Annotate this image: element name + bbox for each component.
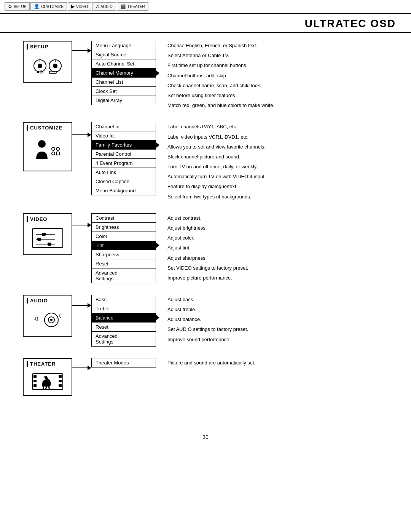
svg-rect-13 — [56, 152, 59, 155]
theater-icon-box: Theater — [23, 358, 72, 396]
video-nav-icon: ▶ — [71, 4, 75, 9]
svg-line-34 — [43, 387, 44, 390]
customize-menu-item-closed-caption: Closed Caption — [92, 177, 156, 186]
nav-tab-audio[interactable]: ♫ AUDIO — [92, 2, 116, 11]
setup-arrow-graphic — [72, 48, 91, 53]
audio-desc-3: Adjust balance. — [167, 315, 248, 324]
theater-section: Theater — [23, 358, 388, 396]
audio-label: Audio — [27, 298, 48, 304]
customize-menu-item-parental-control: Parental Control — [92, 150, 156, 159]
setup-section: Setup — [23, 41, 388, 110]
setup-desc-4: Channel buttons, add, skip. — [167, 71, 274, 81]
video-menu-item-reset: Reset — [92, 259, 156, 268]
theater-menu-item-theater-modes: Theater Modes — [92, 358, 156, 367]
svg-point-12 — [52, 152, 55, 155]
nav-tab-customize[interactable]: 👤 CUSTOMIZE — [30, 2, 67, 11]
svg-rect-31 — [59, 375, 62, 378]
customize-arrow-head — [88, 133, 91, 137]
audio-menu-item-balance: Balance — [92, 313, 156, 323]
customize-arrow-graphic — [72, 133, 91, 137]
page-number: 30 — [0, 430, 411, 444]
audio-icon-box: Audio ♫ ♫ — [23, 295, 72, 337]
customize-desc-8: Select from two types of backgrounds. — [167, 192, 266, 202]
svg-rect-32 — [59, 380, 62, 382]
nav-tab-setup[interactable]: ⚙ SETUP — [5, 2, 30, 11]
customize-desc-4: Block channel picture and sound. — [167, 152, 266, 162]
customize-descriptions: Label channels PAY1, ABC, etc. Label vid… — [156, 122, 266, 202]
customize-desc-6: Automatically turn TV on with VIDEO:4 in… — [167, 172, 266, 182]
video-section: Video — [23, 213, 388, 283]
video-icon-inner — [27, 224, 68, 252]
customize-menu-item-menu-background: Menu Background — [92, 186, 156, 195]
setup-menu-item-signal-source: Signal Source — [92, 50, 156, 59]
theater-icon-inner — [27, 369, 68, 393]
customize-desc-7: Feature to display dialogue/text. — [167, 182, 266, 192]
video-menu-item-brightness: Brightness — [92, 223, 156, 232]
audio-menu-item-advanced-settings: AdvancedSettings — [92, 332, 156, 346]
audio-arrow — [72, 295, 91, 308]
theater-arrow-line — [72, 367, 88, 368]
setup-svg-icon — [30, 55, 65, 76]
svg-line-36 — [49, 387, 49, 390]
audio-descriptions: Adjust bass. Adjust treble. Adjust balan… — [156, 295, 248, 345]
setup-menu-item-auto-channel-set: Auto Channel Set — [92, 59, 156, 69]
video-desc-2: Adjust brightness. — [167, 223, 248, 233]
theater-desc-1: Picture and sound are automatically set. — [167, 358, 255, 368]
audio-desc-2: Adjust treble. — [167, 305, 248, 315]
audio-desc-1: Adjust bass. — [167, 295, 248, 305]
video-desc-4: Adjust tint. — [167, 243, 248, 253]
svg-point-1 — [38, 64, 42, 68]
audio-desc-5: Improve sound performance. — [167, 335, 248, 345]
setup-icon-inner — [27, 52, 68, 80]
audio-menu-item-bass: Bass — [92, 295, 156, 304]
setup-desc-5: Check channel name, scan, and child lock… — [167, 81, 274, 91]
audio-arrow-graphic — [72, 303, 91, 308]
svg-rect-33 — [59, 384, 62, 387]
setup-desc-7: Match red, green, and blue colors to mak… — [167, 101, 274, 110]
theater-svg-icon — [30, 371, 65, 391]
main-content: Setup — [0, 33, 411, 423]
video-menu-item-sharpness: Sharpness — [92, 250, 156, 259]
video-desc-7: Improve picture performance. — [167, 273, 248, 283]
video-menu-item-contrast: Contrast — [92, 214, 156, 223]
svg-point-9 — [38, 140, 46, 148]
video-menu-item-color: Color — [92, 232, 156, 241]
nav-tab-audio-label: AUDIO — [100, 5, 113, 9]
audio-icon-inner: ♫ ♫ — [27, 306, 68, 334]
customize-desc-1: Label channels PAY1, ABC, etc. — [167, 122, 266, 132]
nav-tab-video[interactable]: ▶ VIDEO — [68, 2, 91, 11]
audio-menu-table: Bass Treble Balance Reset AdvancedSettin… — [91, 295, 156, 347]
audio-menu-item-reset: Reset — [92, 323, 156, 332]
svg-text:♫: ♫ — [33, 315, 39, 322]
svg-line-35 — [46, 387, 46, 390]
customize-icon-inner — [27, 133, 68, 168]
nav-tab-theater[interactable]: 🎬 THEATER — [117, 2, 148, 11]
svg-rect-21 — [48, 243, 51, 246]
video-label: Video — [27, 216, 47, 222]
customize-icon-box: Customize — [23, 122, 72, 171]
theater-arrow-graphic — [72, 366, 91, 370]
setup-menu-table: Menu Language Signal Source Auto Channel… — [91, 41, 156, 105]
nav-tab-customize-label: CUSTOMIZE — [41, 5, 64, 9]
setup-desc-2: Select Antenna or Cable TV. — [167, 51, 274, 61]
video-menu-table: Contrast Brightness Color Tint Sharpness… — [91, 213, 156, 283]
audio-menu-item-treble: Treble — [92, 304, 156, 313]
customize-desc-3: Allows you to set and view favorite chan… — [167, 142, 266, 152]
theater-arrow — [72, 358, 91, 370]
audio-arrow-line — [72, 305, 88, 306]
customize-menu-item-video-id: Video Id. — [92, 131, 156, 141]
setup-desc-6: Set before using timer features. — [167, 91, 274, 101]
setup-menu-item-channel-memory: Channel Memory — [92, 69, 156, 78]
setup-menu-item-digital-array: Digital Array — [92, 96, 156, 105]
customize-menu-table: Channel Id. Video Id. Family Favorites P… — [91, 122, 156, 195]
setup-arrow-line — [72, 50, 88, 51]
customize-menu-item-4-event-program: 4 Event Program — [92, 159, 156, 168]
top-nav-bar: ⚙ SETUP 👤 CUSTOMIZE ▶ VIDEO ♫ AUDIO 🎬 TH… — [0, 0, 411, 14]
video-desc-3: Adjust color. — [167, 233, 248, 243]
setup-icon-box: Setup — [23, 41, 72, 83]
customize-arrow-line — [72, 134, 88, 135]
audio-arrow-head — [88, 303, 91, 308]
theater-nav-icon: 🎬 — [120, 4, 126, 9]
setup-label: Setup — [27, 44, 48, 50]
setup-menu-item-menu-language: Menu Language — [92, 41, 156, 50]
